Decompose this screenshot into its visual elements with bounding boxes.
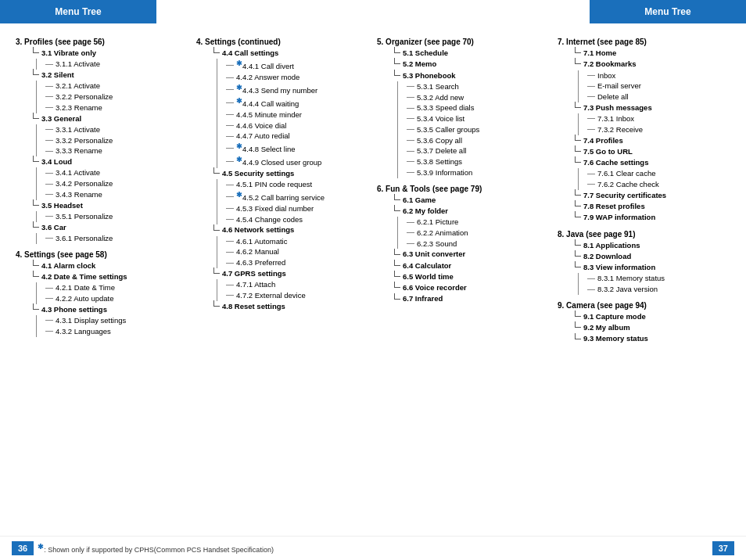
tree-item-l1: 3.3 General3.3.1 Activate3.3.2 Personali… bbox=[22, 113, 188, 157]
section-title: 8. Java (see page 91) bbox=[558, 230, 730, 239]
item-label: 3.3.1 Activate bbox=[56, 124, 100, 135]
item-label: 3.1.1 Activate bbox=[56, 59, 100, 70]
tree-item-l2: ✱4.4.9 Closed user group bbox=[226, 155, 369, 168]
tree-item-l1: 4.2 Date & Time settings4.2.1 Date & Tim… bbox=[22, 271, 188, 304]
item-label: 6.2.2 Animation bbox=[417, 228, 468, 239]
tree-item-l2: Inbox bbox=[587, 70, 730, 81]
tree-item-l2: 5.3.7 Delete all bbox=[407, 145, 550, 156]
tree-item-l2: 4.4.6 Voice dial bbox=[226, 120, 369, 131]
tree-item-l1: 4.8 Reset settings bbox=[203, 301, 369, 312]
section: 7. Internet (see page 85)7.1 Home7.2 Boo… bbox=[558, 38, 730, 224]
item-label: 6.2.1 Picture bbox=[417, 217, 458, 228]
tree-item-l1: 4.5 Security settings4.5.1 PIN code requ… bbox=[203, 168, 369, 224]
item-label: 9.2 My album bbox=[583, 322, 630, 333]
tree-item-l1: 6.4 Calculator bbox=[383, 260, 550, 271]
item-label: 4.3.2 Languages bbox=[56, 326, 111, 337]
item-label: 3.2.2 Personalize bbox=[56, 92, 113, 102]
item-label: 8.3 View information bbox=[583, 262, 655, 273]
tree-item-l2: 4.7.1 Attach bbox=[226, 279, 369, 290]
item-label: 7.6 Cache settings bbox=[583, 157, 648, 168]
item-label: 6.6 Voice recorder bbox=[403, 282, 467, 293]
tree-item-l1: 7.8 Reset profiles bbox=[564, 201, 730, 212]
tree-item-l2: 5.3.9 Information bbox=[407, 167, 550, 178]
tree-item-l2: 4.7.2 External device bbox=[226, 290, 369, 301]
section-title: 4. Settings (continued) bbox=[196, 38, 369, 46]
item-label: 7.5 Go to URL bbox=[583, 146, 633, 157]
item-label: 4.4 Call settings bbox=[222, 48, 278, 59]
item-label: 3.1 Vibrate only bbox=[41, 48, 96, 59]
section: 4. Settings (see page 58)4.1 Alarm clock… bbox=[16, 250, 188, 337]
column-2: 4. Settings (continued)4.4 Call settings… bbox=[192, 31, 373, 348]
tree-item-l1: 3.2 Silent3.2.1 Activate3.2.2 Personaliz… bbox=[22, 70, 188, 113]
tree-item-l1: 4.4 Call settings✱4.4.1 Call divert4.4.2… bbox=[203, 48, 369, 168]
tree-item-l1: 6.3 Unit converter bbox=[383, 249, 550, 260]
item-label: ✱4.5.2 Call barring service bbox=[236, 190, 325, 203]
item-label: 5.3.3 Speed dials bbox=[417, 102, 474, 113]
tree-item-l2: 3.2.3 Rename bbox=[45, 102, 188, 113]
item-label: ✱4.4.8 Select line bbox=[236, 142, 296, 155]
tree-item-l1: 9.1 Capture mode bbox=[564, 311, 730, 322]
item-label: 3.5 Headset bbox=[41, 200, 83, 211]
tree-item-l2: 4.3.1 Display settings bbox=[45, 315, 188, 326]
tree-item-l2: ✱4.4.4 Call waiting bbox=[226, 96, 369, 109]
item-label: Inbox bbox=[597, 70, 615, 81]
tree-item-l2: 3.2.1 Activate bbox=[45, 81, 188, 92]
tree-item-l2: 4.6.3 Preferred bbox=[226, 257, 369, 268]
item-label: 4.6.3 Preferred bbox=[236, 257, 285, 268]
tree-item-l2: 4.5.1 PIN code request bbox=[226, 179, 369, 190]
item-label: 5.3.8 Settings bbox=[417, 156, 462, 167]
item-label: 5.3.6 Copy all bbox=[417, 135, 462, 146]
tree-item-l1: 7.2 BookmarksInboxE-mail serverDelete al… bbox=[564, 59, 730, 102]
tree-item-l1: 6.6 Voice recorder bbox=[383, 282, 550, 293]
item-label: ✱4.4.4 Call waiting bbox=[236, 96, 299, 109]
item-label: 3.4.2 Personalize bbox=[56, 178, 113, 189]
item-label: 4.7 GPRS settings bbox=[222, 268, 286, 279]
tree-item-l2: 4.4.5 Minute minder bbox=[226, 109, 369, 120]
item-label: 3.2 Silent bbox=[41, 70, 74, 81]
item-label: 5.1 Schedule bbox=[403, 48, 448, 59]
tree-item-l2: 7.3.1 Inbox bbox=[587, 113, 730, 124]
item-label: 5.3.7 Delete all bbox=[417, 145, 466, 156]
item-label: 7.7 Security certificates bbox=[583, 190, 666, 201]
main-content: 3. Profiles (see page 56)3.1 Vibrate onl… bbox=[0, 23, 746, 356]
tree-item-l2: 4.5.3 Fixed dial number bbox=[226, 203, 369, 214]
tree-item-l2: 5.3.5 Caller groups bbox=[407, 124, 550, 135]
tree-item-l2: 4.3.2 Languages bbox=[45, 326, 188, 337]
section-title: 6. Fun & Tools (see page 79) bbox=[377, 185, 550, 193]
tree-item-l1: 5.2 Memo bbox=[383, 59, 550, 70]
tree-item-l2: 5.3.3 Speed dials bbox=[407, 102, 550, 113]
item-label: 6.2.3 Sound bbox=[417, 239, 457, 249]
tree-item-l1: 8.2 Download bbox=[564, 251, 730, 262]
item-label: 7.9 WAP information bbox=[583, 212, 655, 223]
item-label: 5.3.2 Add new bbox=[417, 92, 464, 103]
item-label: 3.2.3 Rename bbox=[56, 102, 102, 113]
tree-item-l1: 7.7 Security certificates bbox=[564, 190, 730, 201]
item-label: 5.3.1 Search bbox=[417, 81, 459, 92]
item-label: 4.6.2 Manual bbox=[236, 246, 279, 257]
tree-item-l1: 6.2 My folder6.2.1 Picture6.2.2 Animatio… bbox=[383, 206, 550, 249]
tree-item-l1: 9.2 My album bbox=[564, 322, 730, 333]
tree-item-l2: 6.2.2 Animation bbox=[407, 228, 550, 239]
item-label: 8.3.1 Memory status bbox=[597, 273, 665, 284]
item-label: 3.3.2 Personalize bbox=[56, 135, 113, 146]
item-label: 3.2.1 Activate bbox=[56, 81, 100, 92]
item-label: 4.4.2 Answer mode bbox=[236, 72, 299, 83]
tree-item-l2: Delete all bbox=[587, 92, 730, 102]
item-label: 7.6.1 Clear cache bbox=[597, 168, 655, 179]
item-label: 5.3.4 Voice list bbox=[417, 113, 464, 124]
section: 8. Java (see page 91)8.1 Applications8.2… bbox=[558, 230, 730, 295]
tree-item-l1: 8.3 View information8.3.1 Memory status8… bbox=[564, 262, 730, 295]
tree-item-l1: 3.5 Headset3.5.1 Personalize bbox=[22, 200, 188, 222]
section: 9. Camera (see page 94)9.1 Capture mode9… bbox=[558, 301, 730, 345]
tree-item-l2: 5.3.2 Add new bbox=[407, 92, 550, 103]
item-label: 8.2 Download bbox=[583, 251, 631, 262]
item-label: 7.1 Home bbox=[583, 48, 616, 59]
item-label: 6.5 World time bbox=[403, 271, 454, 282]
item-label: 4.4.6 Voice dial bbox=[236, 120, 286, 131]
tree-item-l2: 4.6.2 Manual bbox=[226, 246, 369, 257]
item-label: 4.2.1 Date & Time bbox=[56, 282, 115, 293]
tree-item-l2: 5.3.8 Settings bbox=[407, 156, 550, 167]
item-label: Delete all bbox=[597, 92, 629, 102]
item-label: 3.4.1 Activate bbox=[56, 167, 100, 178]
tree-item-l2: ✱4.4.8 Select line bbox=[226, 142, 369, 155]
